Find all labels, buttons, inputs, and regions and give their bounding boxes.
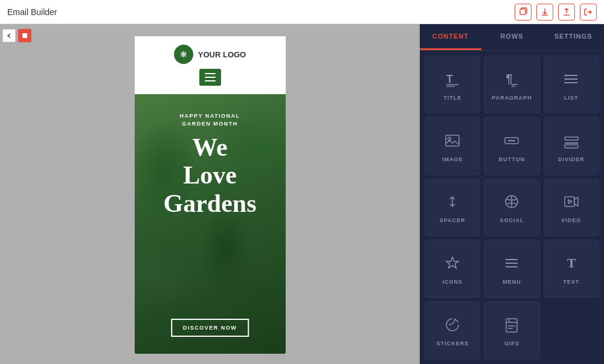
hero-cta-button[interactable]: DISCOVER NOW <box>171 319 249 337</box>
image-label: IMAGE <box>442 156 463 162</box>
video-icon <box>563 193 580 212</box>
duplicate-button[interactable] <box>515 4 532 21</box>
canvas-toggle-right[interactable] <box>18 29 31 42</box>
menu-line-2 <box>205 77 216 78</box>
content-item-social[interactable]: SOCIAL <box>484 179 539 237</box>
content-item-divider[interactable]: DIVIDER <box>544 117 599 175</box>
email-preview: ❋ YOUR LOGO HAPPY NATIONAL GARDEN MONTH <box>135 36 286 354</box>
spacer-label: SPACER <box>440 217 466 223</box>
image-icon <box>444 132 461 152</box>
panel-tabs: CONTENT ROWS SETTINGS <box>420 24 604 51</box>
menu-icon <box>503 255 520 274</box>
divider-label: DIVIDER <box>558 156 585 162</box>
stickers-icon <box>444 316 461 336</box>
svg-text:¶: ¶ <box>506 72 513 85</box>
content-item-title[interactable]: T TITLE <box>425 56 480 113</box>
email-header: ❋ YOUR LOGO <box>135 36 286 94</box>
content-item-text[interactable]: T TEXT <box>544 240 599 298</box>
tab-rows[interactable]: ROWS <box>481 24 543 50</box>
content-item-stickers[interactable]: STICKERS <box>425 301 480 359</box>
exit-button[interactable] <box>580 4 597 21</box>
spacer-icon <box>444 193 461 212</box>
svg-rect-14 <box>446 135 459 146</box>
main: ❋ YOUR LOGO HAPPY NATIONAL GARDEN MONTH <box>0 24 604 364</box>
tab-settings[interactable]: SETTINGS <box>542 24 604 50</box>
gifs-label: GIFS <box>504 340 519 346</box>
canvas-toggle-left[interactable] <box>2 29 16 42</box>
topbar: Email Builder <box>0 0 604 24</box>
content-item-image[interactable]: IMAGE <box>425 117 480 175</box>
svg-point-11 <box>564 74 566 76</box>
content-grid: T TITLE ¶ PARAGRAPH <box>420 51 604 364</box>
svg-text:T: T <box>567 255 576 270</box>
button-label: BUTTON <box>499 156 525 162</box>
text-label: TEXT <box>563 279 579 285</box>
email-hero: HAPPY NATIONAL GARDEN MONTH We Love Gard… <box>135 94 286 354</box>
download-button[interactable] <box>536 4 553 21</box>
svg-rect-20 <box>565 145 578 148</box>
svg-rect-1 <box>22 33 27 38</box>
title-icon: T <box>444 71 461 90</box>
content-item-video[interactable]: VIDEO <box>544 179 599 237</box>
content-item-spacer[interactable]: SPACER <box>425 179 480 237</box>
upload-button[interactable] <box>558 4 575 21</box>
svg-point-13 <box>564 81 566 83</box>
list-icon <box>563 71 580 90</box>
title-label: TITLE <box>443 95 461 101</box>
hero-title: We Love Gardens <box>163 133 256 217</box>
text-icon: T <box>563 255 580 274</box>
svg-text:T: T <box>446 73 453 85</box>
svg-rect-0 <box>520 9 525 14</box>
icons-label: ICONS <box>442 279 463 285</box>
logo-area: ❋ YOUR LOGO <box>174 45 246 64</box>
paragraph-label: PARAGRAPH <box>492 95 532 101</box>
canvas-area: ❋ YOUR LOGO HAPPY NATIONAL GARDEN MONTH <box>0 24 420 364</box>
video-label: VIDEO <box>561 217 581 223</box>
content-item-paragraph[interactable]: ¶ PARAGRAPH <box>484 56 539 113</box>
content-item-list[interactable]: LIST <box>544 56 599 113</box>
content-item-button[interactable]: BUTTON <box>484 117 539 175</box>
button-icon <box>503 132 520 152</box>
divider-icon <box>563 132 580 152</box>
svg-rect-29 <box>506 319 517 332</box>
social-icon <box>503 193 520 212</box>
content-item-menu[interactable]: MENU <box>484 240 539 298</box>
icons-icon <box>444 255 461 274</box>
app-title: Email Builder <box>7 7 57 17</box>
menu-label: MENU <box>503 279 521 285</box>
list-label: LIST <box>564 95 579 101</box>
svg-point-15 <box>448 137 451 140</box>
logo-icon: ❋ <box>174 45 193 64</box>
svg-point-12 <box>564 78 566 80</box>
social-label: SOCIAL <box>500 217 524 223</box>
tab-content[interactable]: CONTENT <box>420 24 481 50</box>
content-item-gifs[interactable]: GIFS <box>484 301 539 359</box>
gifs-icon <box>503 316 520 336</box>
canvas-toggle <box>2 29 31 42</box>
menu-line-1 <box>205 73 216 74</box>
menu-line-3 <box>205 80 216 81</box>
logo-text: YOUR LOGO <box>198 50 246 59</box>
paragraph-icon: ¶ <box>503 71 520 90</box>
hero-subtitle: HAPPY NATIONAL GARDEN MONTH <box>179 112 240 127</box>
menu-icon-button[interactable] <box>199 69 221 86</box>
topbar-actions <box>515 4 597 21</box>
right-panel: CONTENT ROWS SETTINGS T TITLE <box>420 24 604 364</box>
stickers-label: STICKERS <box>436 340 469 346</box>
svg-rect-18 <box>565 137 578 140</box>
content-item-icons[interactable]: ICONS <box>425 240 480 298</box>
